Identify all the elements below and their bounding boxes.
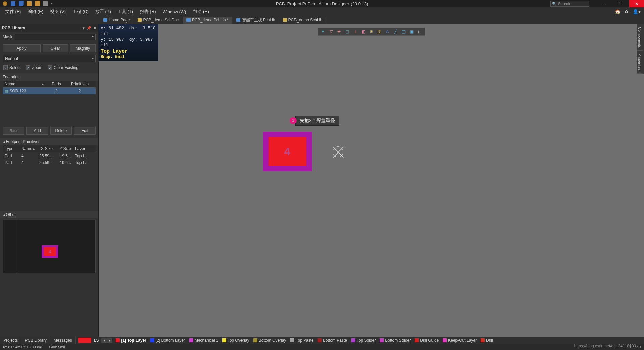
frame-icon[interactable]: ◻ [416,28,423,35]
pcblibrary-tab[interactable]: PCB Library [21,337,50,344]
save-icon[interactable] [11,1,15,6]
properties-tab[interactable]: Properties [637,51,643,73]
menu-place[interactable]: 放置 (P) [92,7,114,16]
delete-button[interactable]: Delete [50,127,72,135]
layer-prev-button[interactable]: ◂ [101,338,107,343]
apply-button[interactable]: Apply [3,44,41,52]
layer-item[interactable]: Top Solder [349,338,378,343]
clear-button[interactable]: Clear [43,44,68,52]
print-icon[interactable] [43,1,48,6]
mask-dropdown[interactable] [15,34,96,40]
layer-item[interactable]: Top Overlay [220,338,251,343]
clear-existing-checkbox[interactable]: ✓Clear Existing [48,65,78,70]
menu-view[interactable]: 视图 (V) [47,7,69,16]
home-icon [103,18,107,22]
app-icon [3,1,7,6]
layer-next-button[interactable]: ▸ [107,338,112,343]
minimize-button[interactable]: ─ [597,0,612,7]
layer-item[interactable]: Mechanical 1 [187,338,220,343]
col-ysize[interactable]: Y-Size [55,145,73,152]
other-section[interactable]: Other [0,211,98,218]
panel-pin-icon[interactable]: 📌 [87,26,91,30]
panel-close-icon[interactable]: ✕ [93,26,96,30]
crosshair-icon[interactable]: ✚ [335,28,343,35]
sun-icon[interactable]: ☀ [368,28,375,35]
menu-help[interactable]: 帮助 (H) [190,7,212,16]
menu-reports[interactable]: 报告 (R) [137,7,159,16]
tab-pcblib2[interactable]: 智能车主板.PcbLib [233,16,279,24]
layer-item[interactable]: Bottom Paste [316,338,349,343]
place-button[interactable]: Place [3,127,24,135]
tab-home[interactable]: Home Page [100,17,133,24]
line-icon[interactable]: ╱ [392,28,399,35]
layer-item[interactable]: Keep-Out Layer [441,338,479,343]
components-tab[interactable]: Components [637,24,643,51]
col-layer[interactable]: Layer [73,145,92,152]
layer-item[interactable]: Drill Guide [413,338,441,343]
edit-button[interactable]: Edit [74,127,96,135]
col-pads[interactable]: Pads [46,81,66,87]
close-button[interactable]: ✕ [629,0,644,7]
clear-filter-icon[interactable]: ▽ [327,28,335,35]
col-type[interactable]: Type [3,145,19,152]
panel-dropdown-icon[interactable]: ▾ [83,26,85,30]
filter-icon[interactable]: ▼ [319,28,327,35]
menu-tools[interactable]: 工具 (T) [114,7,137,16]
primitive-row[interactable]: Pad 4 25.59... 19.6... Top L... [3,159,96,166]
menu-window[interactable]: Window (W) [159,8,190,16]
search-input[interactable]: 🔍 Search [550,1,589,7]
home-icon[interactable]: 🏠 [615,9,621,14]
layer-item[interactable]: Top Paste [288,338,315,343]
maximize-button[interactable]: ❐ [613,0,628,7]
col-name[interactable]: Name▲ [3,81,46,87]
align-icon[interactable]: ⫴ [352,28,359,35]
key-icon[interactable]: ⚿ [376,28,383,35]
layer-swatch [189,338,193,342]
ls-label[interactable]: LS [93,338,100,343]
projects-tab[interactable]: Projects [0,337,21,344]
footprint-row[interactable]: ▦ SOD-123 2 2 [3,88,96,94]
select-checkbox[interactable]: ✓Select [3,65,20,70]
layer-item[interactable]: [1] Top Layer [114,338,148,343]
menu-file[interactable]: 文件 (F) [2,7,24,16]
col-xsize[interactable]: X-Size [36,145,55,152]
user-icon[interactable]: 👤▾ [633,9,641,14]
menu-edit[interactable]: 编辑 (E) [24,7,47,16]
pcb-canvas[interactable]: x: 61.482 dx: -3.518 mil y: 13.987 dy: 3… [99,24,644,350]
primitive-row[interactable]: Pad 4 25.59... 19.6... Top L... [3,152,96,159]
layer-item[interactable]: Drill [479,338,495,343]
text-icon[interactable]: A [384,28,391,35]
col-primitives[interactable]: Primitives [66,81,93,87]
layer-label: Drill [486,338,493,343]
messages-tab[interactable]: Messages [50,337,76,344]
dropdown-icon[interactable]: ▾ [51,2,53,5]
col-pname[interactable]: Name▲ [19,145,36,152]
view-mode-dropdown[interactable]: Normal [3,55,96,62]
menu-project[interactable]: 工程 (C) [69,7,92,16]
save-all-icon[interactable] [19,1,23,6]
settings-icon[interactable]: ✿ [625,9,629,14]
open-project-icon[interactable] [35,1,40,6]
tab-schdoc[interactable]: PCB_demo.SchDoc [134,17,182,24]
layer-item[interactable]: Bottom Overlay [251,338,288,343]
canvas-pad-object[interactable]: 4 [263,132,312,171]
layer-label: [2] Bottom Layer [156,338,185,343]
layer-swatch [318,338,322,342]
footprints-section: Footprints [0,73,98,81]
window-title: PCB_Project.PrjPcb - Altium Designer (20… [276,1,368,6]
current-layer-swatch[interactable] [78,338,91,343]
add-button[interactable]: Add [26,127,48,135]
layer-item[interactable]: [2] Bottom Layer [148,338,187,343]
select-rect-icon[interactable]: ▢ [343,28,351,35]
zoom-checkbox[interactable]: ✓Zoom [26,65,42,70]
open-icon[interactable] [27,1,32,6]
tab-pcblib-active[interactable]: PCB_demo.PcbLib * [183,17,232,24]
eraser-icon[interactable]: ◧ [360,28,367,35]
chart-icon[interactable]: ◫ [400,28,407,35]
footprint-primitives-section[interactable]: Footprint Primitives [0,138,98,145]
magnify-button[interactable]: Magnify [70,44,96,52]
layer-item[interactable]: Bottom Solder [378,338,413,343]
pcblib-icon [236,18,240,22]
layer-icon[interactable]: ▣ [408,28,415,35]
tab-schlib[interactable]: PCB_demo.SchLib [280,17,326,24]
